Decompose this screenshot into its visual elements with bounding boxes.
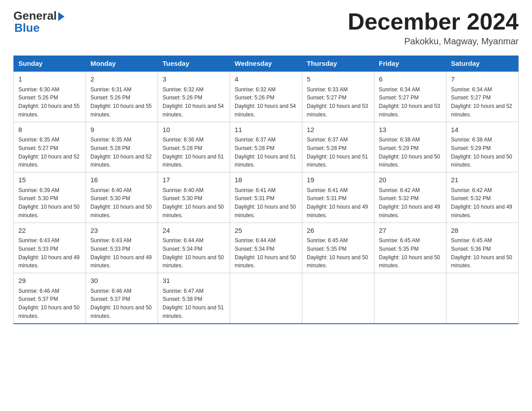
- day-number: 27: [379, 226, 442, 236]
- day-number: 16: [90, 175, 153, 185]
- calendar-cell: 24 Sunrise: 6:44 AMSunset: 5:34 PMDaylig…: [158, 223, 230, 273]
- week-row-4: 22 Sunrise: 6:43 AMSunset: 5:33 PMDaylig…: [14, 223, 519, 273]
- calendar-cell: 22 Sunrise: 6:43 AMSunset: 5:33 PMDaylig…: [14, 223, 86, 273]
- calendar-cell: 6 Sunrise: 6:34 AMSunset: 5:27 PMDayligh…: [374, 71, 446, 122]
- calendar-cell: [446, 273, 519, 324]
- calendar-cell: 12 Sunrise: 6:37 AMSunset: 5:28 PMDaylig…: [302, 122, 374, 172]
- calendar-cell: 10 Sunrise: 6:36 AMSunset: 5:28 PMDaylig…: [158, 122, 230, 172]
- day-number: 3: [163, 74, 225, 85]
- day-info: Sunrise: 6:43 AMSunset: 5:33 PMDaylight:…: [18, 237, 80, 269]
- calendar-cell: 27 Sunrise: 6:45 AMSunset: 5:35 PMDaylig…: [374, 223, 446, 273]
- day-number: 22: [18, 226, 81, 236]
- header-friday: Friday: [374, 56, 446, 72]
- header-thursday: Thursday: [302, 56, 374, 72]
- calendar-cell: [374, 273, 446, 324]
- day-info: Sunrise: 6:35 AMSunset: 5:27 PMDaylight:…: [18, 137, 80, 168]
- calendar-cell: [230, 273, 302, 324]
- day-number: 31: [163, 276, 225, 286]
- calendar-cell: 30 Sunrise: 6:46 AMSunset: 5:37 PMDaylig…: [86, 273, 158, 324]
- day-info: Sunrise: 6:44 AMSunset: 5:34 PMDaylight:…: [235, 237, 296, 269]
- day-number: 14: [451, 125, 514, 135]
- day-info: Sunrise: 6:44 AMSunset: 5:34 PMDaylight:…: [163, 237, 224, 269]
- day-number: 15: [18, 175, 81, 185]
- day-number: 11: [235, 125, 297, 135]
- day-info: Sunrise: 6:47 AMSunset: 5:38 PMDaylight:…: [163, 288, 224, 319]
- calendar-cell: 14 Sunrise: 6:38 AMSunset: 5:29 PMDaylig…: [446, 122, 519, 172]
- day-info: Sunrise: 6:46 AMSunset: 5:37 PMDaylight:…: [90, 288, 152, 319]
- week-row-2: 8 Sunrise: 6:35 AMSunset: 5:27 PMDayligh…: [14, 122, 519, 172]
- week-row-1: 1 Sunrise: 6:30 AMSunset: 5:26 PMDayligh…: [14, 71, 519, 122]
- day-number: 6: [379, 74, 442, 85]
- calendar-cell: 20 Sunrise: 6:42 AMSunset: 5:32 PMDaylig…: [374, 172, 446, 223]
- header-saturday: Saturday: [446, 56, 519, 72]
- day-info: Sunrise: 6:33 AMSunset: 5:27 PMDaylight:…: [307, 86, 368, 118]
- day-number: 1: [18, 74, 81, 85]
- day-info: Sunrise: 6:41 AMSunset: 5:31 PMDaylight:…: [307, 187, 368, 218]
- header-tuesday: Tuesday: [158, 56, 230, 72]
- calendar-cell: 16 Sunrise: 6:40 AMSunset: 5:30 PMDaylig…: [86, 172, 158, 223]
- day-info: Sunrise: 6:35 AMSunset: 5:28 PMDaylight:…: [90, 137, 152, 168]
- day-number: 24: [163, 226, 225, 236]
- day-number: 25: [235, 226, 297, 236]
- calendar-cell: 8 Sunrise: 6:35 AMSunset: 5:27 PMDayligh…: [14, 122, 86, 172]
- header-sunday: Sunday: [14, 56, 86, 72]
- day-number: 4: [235, 74, 297, 85]
- calendar-cell: 26 Sunrise: 6:45 AMSunset: 5:35 PMDaylig…: [302, 223, 374, 273]
- day-number: 2: [90, 74, 153, 85]
- calendar-cell: 18 Sunrise: 6:41 AMSunset: 5:31 PMDaylig…: [230, 172, 302, 223]
- calendar-cell: 4 Sunrise: 6:32 AMSunset: 5:26 PMDayligh…: [230, 71, 302, 122]
- day-info: Sunrise: 6:30 AMSunset: 5:26 PMDaylight:…: [18, 86, 80, 118]
- day-info: Sunrise: 6:40 AMSunset: 5:30 PMDaylight:…: [90, 187, 152, 218]
- calendar-cell: 28 Sunrise: 6:45 AMSunset: 5:36 PMDaylig…: [446, 223, 519, 273]
- day-number: 5: [307, 74, 369, 85]
- day-number: 13: [379, 125, 442, 135]
- day-info: Sunrise: 6:32 AMSunset: 5:26 PMDaylight:…: [163, 86, 224, 118]
- week-row-3: 15 Sunrise: 6:39 AMSunset: 5:30 PMDaylig…: [14, 172, 519, 223]
- calendar-cell: 15 Sunrise: 6:39 AMSunset: 5:30 PMDaylig…: [14, 172, 86, 223]
- day-info: Sunrise: 6:38 AMSunset: 5:29 PMDaylight:…: [451, 137, 512, 168]
- title-block: December 2024 Pakokku, Magway, Myanmar: [348, 9, 519, 47]
- calendar-cell: 2 Sunrise: 6:31 AMSunset: 5:26 PMDayligh…: [86, 71, 158, 122]
- day-info: Sunrise: 6:41 AMSunset: 5:31 PMDaylight:…: [235, 187, 296, 218]
- header-wednesday: Wednesday: [230, 56, 302, 72]
- day-number: 23: [90, 226, 153, 236]
- calendar-cell: 23 Sunrise: 6:43 AMSunset: 5:33 PMDaylig…: [86, 223, 158, 273]
- day-number: 8: [18, 125, 81, 135]
- day-number: 10: [163, 125, 225, 135]
- day-number: 7: [451, 74, 514, 85]
- calendar-cell: [302, 273, 374, 324]
- location-text: Pakokku, Magway, Myanmar: [348, 36, 519, 47]
- day-info: Sunrise: 6:39 AMSunset: 5:30 PMDaylight:…: [18, 187, 80, 218]
- calendar-cell: 11 Sunrise: 6:37 AMSunset: 5:28 PMDaylig…: [230, 122, 302, 172]
- calendar-cell: 5 Sunrise: 6:33 AMSunset: 5:27 PMDayligh…: [302, 71, 374, 122]
- day-info: Sunrise: 6:42 AMSunset: 5:32 PMDaylight:…: [379, 187, 440, 218]
- day-number: 12: [307, 125, 369, 135]
- day-info: Sunrise: 6:45 AMSunset: 5:36 PMDaylight:…: [451, 237, 512, 269]
- day-info: Sunrise: 6:46 AMSunset: 5:37 PMDaylight:…: [18, 288, 80, 319]
- calendar-cell: 1 Sunrise: 6:30 AMSunset: 5:26 PMDayligh…: [14, 71, 86, 122]
- day-number: 21: [451, 175, 514, 185]
- calendar-cell: 13 Sunrise: 6:38 AMSunset: 5:29 PMDaylig…: [374, 122, 446, 172]
- day-number: 19: [307, 175, 369, 185]
- calendar-cell: 7 Sunrise: 6:34 AMSunset: 5:27 PMDayligh…: [446, 71, 519, 122]
- day-number: 9: [90, 125, 153, 135]
- calendar-cell: 21 Sunrise: 6:42 AMSunset: 5:32 PMDaylig…: [446, 172, 519, 223]
- calendar-cell: 19 Sunrise: 6:41 AMSunset: 5:31 PMDaylig…: [302, 172, 374, 223]
- header-monday: Monday: [86, 56, 158, 72]
- day-number: 26: [307, 226, 369, 236]
- day-number: 20: [379, 175, 442, 185]
- day-number: 29: [18, 276, 81, 286]
- day-info: Sunrise: 6:43 AMSunset: 5:33 PMDaylight:…: [90, 237, 152, 269]
- day-info: Sunrise: 6:40 AMSunset: 5:30 PMDaylight:…: [163, 187, 224, 218]
- calendar-cell: 3 Sunrise: 6:32 AMSunset: 5:26 PMDayligh…: [158, 71, 230, 122]
- day-info: Sunrise: 6:42 AMSunset: 5:32 PMDaylight:…: [451, 187, 512, 218]
- day-info: Sunrise: 6:37 AMSunset: 5:28 PMDaylight:…: [235, 137, 296, 168]
- calendar-cell: 29 Sunrise: 6:46 AMSunset: 5:37 PMDaylig…: [14, 273, 86, 324]
- logo-arrow-icon: [58, 12, 64, 21]
- day-number: 18: [235, 175, 297, 185]
- logo-blue-text: Blue: [14, 21, 39, 35]
- calendar-table: SundayMondayTuesdayWednesdayThursdayFrid…: [13, 56, 519, 324]
- day-info: Sunrise: 6:31 AMSunset: 5:26 PMDaylight:…: [90, 86, 152, 118]
- day-number: 17: [163, 175, 225, 185]
- day-info: Sunrise: 6:45 AMSunset: 5:35 PMDaylight:…: [379, 237, 440, 269]
